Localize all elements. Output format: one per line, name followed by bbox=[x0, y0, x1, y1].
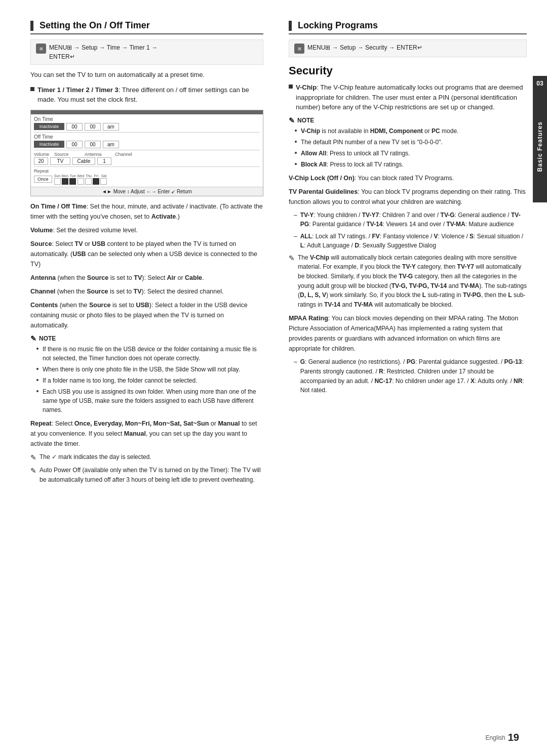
repeat-para: Repeat: Select Once, Everyday, Mon~Fri, … bbox=[30, 418, 263, 449]
menu-icon: ⊞ bbox=[36, 44, 46, 54]
vchip-bullet-text: V-Chip: The V-Chip feature automatically… bbox=[296, 82, 527, 112]
volume-source-row: 20 TV Cable 1 bbox=[34, 157, 260, 165]
dash-char-3: – bbox=[294, 357, 297, 395]
off-time-label: Off Time bbox=[34, 134, 260, 140]
day-wed[interactable] bbox=[77, 178, 84, 185]
dash-char-2: – bbox=[294, 232, 297, 250]
right-section-title: Locking Programs bbox=[289, 20, 527, 34]
dash-char-1: – bbox=[294, 211, 297, 229]
day-thu[interactable] bbox=[85, 178, 92, 185]
right-note-dot-3 bbox=[295, 152, 297, 154]
contents-para: Contents (when the Source is set to USB)… bbox=[30, 300, 263, 330]
off-time-row: Inactivate 00 00 am bbox=[34, 141, 260, 148]
off-time-min[interactable]: 00 bbox=[85, 141, 101, 148]
note-icon: ✎ bbox=[30, 334, 36, 343]
right-note-icon: ✎ bbox=[289, 116, 295, 124]
source-para: Source: Select TV or USB content to be p… bbox=[30, 239, 263, 269]
dash-bullet-3: – G: General audience (no restrictions).… bbox=[289, 357, 527, 395]
tv-parental-para: TV Parental Guidelines: You can block TV… bbox=[289, 187, 527, 207]
timer-divider-3 bbox=[34, 166, 260, 167]
day-fri[interactable] bbox=[93, 178, 99, 185]
auto-power-off-note: ✎ Auto Power Off (available only when th… bbox=[30, 466, 263, 484]
right-note-header: ✎ NOTE bbox=[289, 116, 527, 124]
right-note-bullet-1: V-Chip is not available in HDMI, Compone… bbox=[289, 127, 527, 136]
note-bullet-2: When there is only one photo file in the… bbox=[30, 365, 263, 374]
channel-val[interactable]: 1 bbox=[97, 157, 111, 165]
timer-nav: ◄► Move ↕ Adjust ←→ Enter ↙ Return bbox=[31, 187, 263, 196]
vchip-lock-para: V-Chip Lock (Off / On): You can block ra… bbox=[289, 173, 527, 183]
volume-source-labels: Volume Source Antenna Channel bbox=[34, 152, 260, 157]
on-time-row: Inactivate 00 00 am bbox=[34, 123, 260, 131]
page-number-area: English 19 bbox=[485, 732, 519, 743]
note-dot-2 bbox=[36, 368, 38, 370]
menu-path-text: MENU⊞ → Setup → Time → Timer 1 →ENTER↵ bbox=[49, 43, 158, 61]
note-section: ✎ NOTE If there is no music file on the … bbox=[30, 334, 263, 414]
right-note-dot-1 bbox=[295, 130, 297, 132]
page: Basic Features 03 Setting the On / Off T… bbox=[0, 0, 547, 756]
note-dot-1 bbox=[36, 348, 38, 350]
repeat-label-row: Repeat bbox=[34, 169, 260, 174]
sidebar-number: 03 bbox=[533, 76, 547, 91]
note-dot-4 bbox=[36, 390, 38, 392]
inactivate-btn-on[interactable]: Inactivate bbox=[34, 123, 64, 130]
dash-bullet-2: – ALL: Lock all TV ratings. / FV: Fantas… bbox=[289, 232, 527, 250]
on-time-hour[interactable]: 00 bbox=[66, 123, 83, 131]
on-time-ampm[interactable]: am bbox=[103, 123, 119, 131]
day-sat[interactable] bbox=[100, 178, 107, 185]
timer-box: On Time Inactivate 00 00 am Off Time Ina… bbox=[30, 110, 263, 196]
off-time-ampm[interactable]: am bbox=[103, 141, 119, 148]
inactivate-btn-off[interactable]: Inactivate bbox=[34, 141, 64, 148]
note-bullet-1: If there is no music file on the USB dev… bbox=[30, 345, 263, 363]
dash-bullet-1: – TV-Y: Young children / TV-Y7: Children… bbox=[289, 211, 527, 229]
antenna-val[interactable]: Cable bbox=[72, 157, 95, 165]
volume-para: Volume: Set the desired volume level. bbox=[30, 225, 263, 235]
intro-text: You can set the TV to turn on automatica… bbox=[30, 70, 263, 80]
title-bar-icon bbox=[30, 21, 33, 31]
right-note-bullet-4: Block All: Press to lock all TV ratings. bbox=[289, 160, 527, 169]
repeat-row: Once Sun Mon bbox=[34, 174, 260, 185]
right-menu-icon: ⊞ bbox=[294, 44, 304, 54]
once-btn[interactable]: Once bbox=[34, 176, 52, 183]
right-note-bullet-3: Allow All: Press to unlock all TV rating… bbox=[289, 149, 527, 158]
checkmark-note-icon: ✎ bbox=[30, 452, 36, 464]
timer-bullet: Timer 1 / Timer 2 / Timer 3: Three diffe… bbox=[30, 85, 263, 105]
vchip-bullet: V-Chip: The V-Chip feature automatically… bbox=[289, 82, 527, 112]
note-header: ✎ NOTE bbox=[30, 334, 263, 343]
mpaa-para: MPAA Rating: You can block movies depend… bbox=[289, 313, 527, 354]
sidebar-label: Basic Features bbox=[536, 121, 543, 172]
on-off-time-para: On Time / Off Time: Set the hour, minute… bbox=[30, 201, 263, 222]
right-column: Locking Programs ⊞ MENU⊞ → Setup → Secur… bbox=[279, 20, 527, 741]
source-val[interactable]: TV bbox=[50, 157, 70, 165]
vchip-auto-icon: ✎ bbox=[289, 253, 295, 310]
days-row: Sun Mon Tue bbox=[54, 174, 107, 185]
volume-val[interactable]: 20 bbox=[34, 157, 48, 165]
timer-title bbox=[31, 110, 263, 114]
right-menu-path: ⊞ MENU⊞ → Setup → Security → ENTER↵ bbox=[289, 39, 527, 57]
left-column: Setting the On / Off Timer ⊞ MENU⊞ → Set… bbox=[30, 20, 279, 741]
timer-divider-2 bbox=[34, 150, 260, 150]
content-area: Setting the On / Off Timer ⊞ MENU⊞ → Set… bbox=[0, 0, 533, 756]
auto-power-icon: ✎ bbox=[30, 466, 36, 484]
vchip-auto-note: ✎ The V-Chip will automatically block ce… bbox=[289, 253, 527, 310]
day-sun[interactable] bbox=[54, 178, 61, 185]
right-note-bullet-2: The default PIN number of a new TV set i… bbox=[289, 138, 527, 147]
left-menu-path: ⊞ MENU⊞ → Setup → Time → Timer 1 →ENTER↵ bbox=[30, 39, 263, 65]
right-note-section: ✎ NOTE V-Chip is not available in HDMI, … bbox=[289, 116, 527, 169]
timer-inner: On Time Inactivate 00 00 am Off Time Ina… bbox=[31, 114, 263, 187]
on-time-min[interactable]: 00 bbox=[85, 123, 101, 131]
security-title: Security bbox=[289, 64, 527, 77]
off-time-hour[interactable]: 00 bbox=[66, 141, 83, 148]
vchip-bullet-square-icon bbox=[289, 85, 293, 89]
right-note-dot-4 bbox=[295, 163, 297, 165]
side-tab: Basic Features bbox=[533, 91, 547, 202]
day-tue[interactable] bbox=[69, 178, 76, 185]
timer-bullet-text: Timer 1 / Timer 2 / Timer 3: Three diffe… bbox=[37, 85, 263, 105]
note-dot-3 bbox=[36, 379, 38, 381]
channel-para: Channel (when the Source is set to TV): … bbox=[30, 286, 263, 297]
bullet-square-icon bbox=[30, 87, 34, 91]
antenna-para: Antenna (when the Source is set to TV): … bbox=[30, 273, 263, 283]
timer-divider-1 bbox=[34, 132, 260, 133]
day-mon[interactable] bbox=[62, 178, 68, 185]
right-title-bar-icon bbox=[289, 21, 292, 31]
note-bullet-3: If a folder name is too long, the folder… bbox=[30, 376, 263, 385]
